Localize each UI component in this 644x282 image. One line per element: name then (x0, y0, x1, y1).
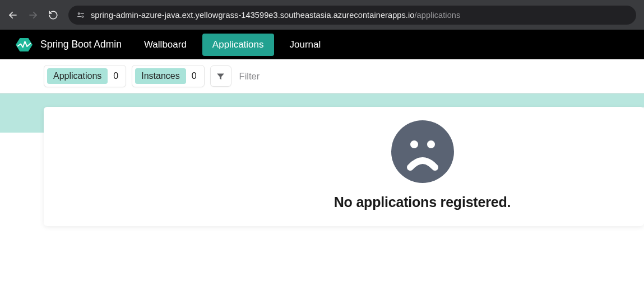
browser-chrome: spring-admin-azure-java.ext.yellowgrass-… (0, 0, 644, 30)
site-settings-icon[interactable] (76, 11, 85, 20)
nav-wallboard[interactable]: Wallboard (134, 30, 197, 59)
empty-state-card: No applications registered. (44, 107, 644, 226)
url-text: spring-admin-azure-java.ext.yellowgrass-… (91, 11, 460, 20)
svg-point-9 (427, 140, 435, 148)
nav-journal[interactable]: Journal (280, 30, 331, 59)
sad-face-icon (391, 120, 454, 183)
empty-state-inner: No applications registered. (44, 118, 644, 210)
reload-button[interactable] (48, 10, 58, 20)
app-header: Spring Boot Admin Wallboard Applications… (0, 30, 644, 59)
brand-title: Spring Boot Admin (40, 39, 122, 50)
nav-arrows (8, 10, 58, 20)
instances-chip[interactable]: Instances 0 (132, 65, 204, 87)
svg-point-7 (391, 120, 454, 183)
filter-icon (216, 72, 225, 81)
svg-point-8 (410, 140, 418, 148)
empty-state-message: No applications registered. (334, 194, 511, 210)
back-button[interactable] (8, 10, 18, 20)
instances-chip-count: 0 (192, 71, 199, 81)
url-host: spring-admin-azure-java.ext.yellowgrass-… (91, 11, 414, 20)
svg-point-2 (78, 13, 80, 15)
url-bar[interactable]: spring-admin-azure-java.ext.yellowgrass-… (68, 6, 636, 25)
content-area: No applications registered. (0, 107, 644, 226)
url-path: /applications (414, 11, 460, 20)
nav-applications[interactable]: Applications (202, 34, 274, 56)
filter-bar: Applications 0 Instances 0 (0, 59, 644, 93)
app-logo (16, 36, 33, 53)
applications-chip-label: Applications (47, 68, 108, 84)
forward-button[interactable] (28, 10, 38, 20)
applications-chip-count: 0 (113, 71, 121, 81)
filter-input[interactable] (237, 67, 644, 86)
filter-toggle-button[interactable] (210, 65, 231, 87)
svg-point-4 (82, 16, 84, 17)
instances-chip-label: Instances (135, 68, 186, 84)
applications-chip[interactable]: Applications 0 (44, 65, 126, 87)
